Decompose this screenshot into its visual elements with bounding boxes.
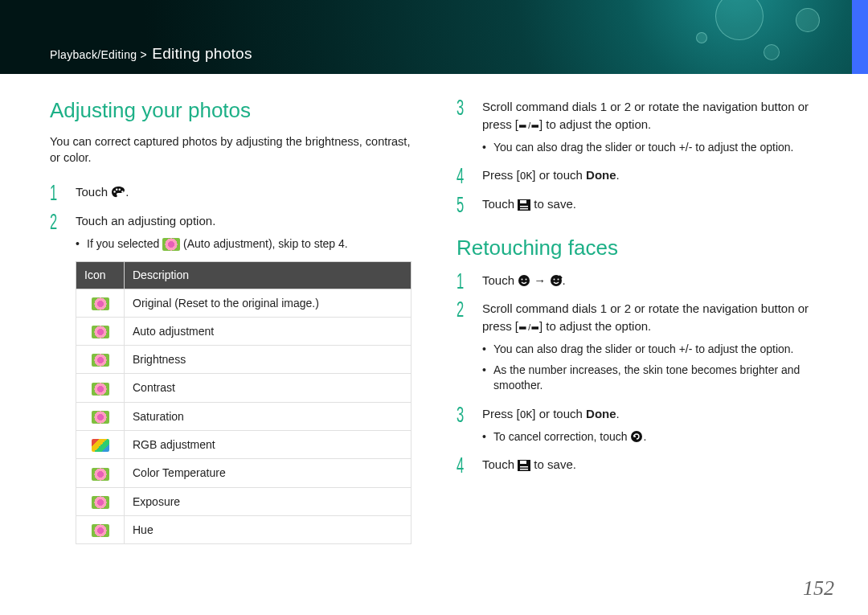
step-text: ] to adjust the option. (539, 319, 651, 333)
steps-retouching: 1 Touch → . 2 Scroll command dials 1 or … (457, 272, 818, 474)
svg-rect-6 (520, 208, 528, 210)
step-2: 2 Touch an adjusting option. If you sele… (50, 212, 411, 544)
step-text: Touch (76, 185, 111, 199)
svg-rect-5 (520, 206, 528, 207)
table-row: Auto adjustment (76, 317, 411, 345)
step-text: ] or touch (532, 407, 586, 420)
svg-point-8 (522, 278, 523, 280)
thumbnail-icon (92, 297, 109, 310)
step-sublist: If you selected (Auto adjustment), skip … (76, 236, 411, 252)
breadcrumb: Playback/Editing > Editing photos (50, 45, 252, 63)
step-text: ] or touch (532, 168, 586, 182)
face-icon (518, 274, 530, 287)
svg-point-9 (526, 278, 527, 280)
svg-rect-13 (519, 326, 526, 329)
table-row: Brightness (76, 346, 411, 374)
thumbnail-icon (92, 411, 109, 424)
save-icon (518, 199, 530, 211)
step-sublist: You can also drag the slider or touch +/… (482, 140, 818, 156)
th-description: Description (125, 262, 411, 289)
step-number: 3 (457, 399, 464, 431)
decoration (764, 44, 780, 60)
sub-item: As the number increases, the skin tone b… (482, 363, 818, 394)
section-tab (852, 0, 868, 74)
sub-text: (Auto adjustment), skip to step 4. (180, 237, 348, 250)
content-body: Adjusting your photos You can correct ca… (0, 74, 868, 556)
arrow: → (530, 273, 549, 287)
step-text: . (125, 185, 129, 199)
header-band: Playback/Editing > Editing photos (0, 0, 868, 74)
step-1: 1 Touch . (50, 183, 411, 201)
step-3: 3 Press [OK] or touch Done. To cancel co… (457, 405, 818, 445)
row-desc-cell: Exposure (125, 487, 411, 515)
step-4: 4 Touch to save. (457, 456, 818, 474)
row-icon-cell (76, 459, 125, 487)
done-label: Done (586, 407, 616, 420)
row-icon-cell (76, 515, 125, 543)
thumbnail-icon (92, 326, 109, 338)
sub-item: If you selected (Auto adjustment), skip … (76, 236, 411, 252)
thumbnail-icon (92, 496, 109, 509)
ok-icon: OK (520, 169, 533, 184)
step-4: 4 Press [OK] or touch Done. (457, 166, 818, 184)
table-row: Color Temperature (76, 459, 411, 487)
svg-point-12 (557, 278, 559, 280)
icon-table-body: Original (Reset to the original image.)A… (76, 289, 411, 544)
page: Playback/Editing > Editing photos Adjust… (0, 0, 868, 615)
steps-adjusting: 1 Touch . 2 Touch an adjusting option. I… (50, 183, 411, 544)
svg-rect-2 (531, 125, 538, 127)
cancel-icon (630, 430, 643, 443)
thumbnail-icon (92, 524, 109, 537)
svg-rect-4 (520, 200, 526, 203)
step-text: to save. (530, 197, 576, 211)
palette-icon (111, 186, 125, 199)
sub-item: To cancel correction, touch . (482, 429, 818, 445)
svg-text:/: / (528, 121, 530, 130)
step-text: . (563, 273, 566, 287)
updown-icon: / (518, 121, 539, 131)
thumbnail-icon (92, 468, 109, 481)
svg-rect-0 (519, 125, 526, 127)
th-icon: Icon (76, 262, 125, 289)
row-icon-cell (76, 289, 125, 317)
row-icon-cell (76, 402, 125, 430)
step-text: Touch (482, 273, 518, 287)
thumbnail-icon (92, 439, 109, 452)
sub-item: You can also drag the slider or touch +/… (482, 342, 818, 358)
row-desc-cell: Brightness (125, 346, 411, 374)
step-sublist: You can also drag the slider or touch +/… (482, 342, 818, 394)
svg-text:/: / (528, 324, 530, 333)
step-number: 1 (457, 265, 464, 297)
row-icon-cell (76, 317, 125, 345)
thumbnail-icon (92, 354, 109, 367)
breadcrumb-prefix: Playback/Editing > (50, 48, 147, 61)
svg-rect-20 (520, 469, 528, 470)
page-number: 152 (803, 576, 834, 601)
step-text: . (616, 168, 620, 182)
ok-icon: OK (520, 408, 533, 423)
table-row: Contrast (76, 374, 411, 402)
step-number: 1 (50, 177, 57, 209)
svg-rect-19 (520, 466, 528, 468)
step-2: 2 Scroll command dials 1 or 2 or rotate … (457, 300, 818, 393)
auto-adjust-icon (162, 238, 180, 251)
step-5: 5 Touch to save. (457, 195, 818, 213)
step-text: Touch an adjusting option. (76, 214, 215, 228)
step-number: 2 (457, 293, 464, 326)
step-number: 4 (457, 449, 464, 482)
sub-item: You can also drag the slider or touch +/… (482, 140, 818, 156)
row-icon-cell (76, 431, 125, 459)
step-1: 1 Touch → . (457, 272, 818, 289)
step-text: Touch (482, 457, 518, 471)
intro-text: You can correct captured photos by adjus… (50, 134, 411, 166)
steps-adjusting-cont: 3 Scroll command dials 1 or 2 or rotate … (457, 98, 818, 213)
table-row: Hue (76, 515, 411, 543)
table-row: Original (Reset to the original image.) (76, 289, 411, 317)
step-sublist: To cancel correction, touch . (482, 429, 818, 445)
row-desc-cell: RGB adjustment (125, 431, 411, 459)
step-text: Touch (482, 197, 518, 211)
step-text: ] to adjust the option. (539, 117, 651, 131)
svg-point-7 (518, 275, 530, 286)
sub-text: . (643, 430, 646, 443)
row-desc-cell: Saturation (125, 402, 411, 430)
